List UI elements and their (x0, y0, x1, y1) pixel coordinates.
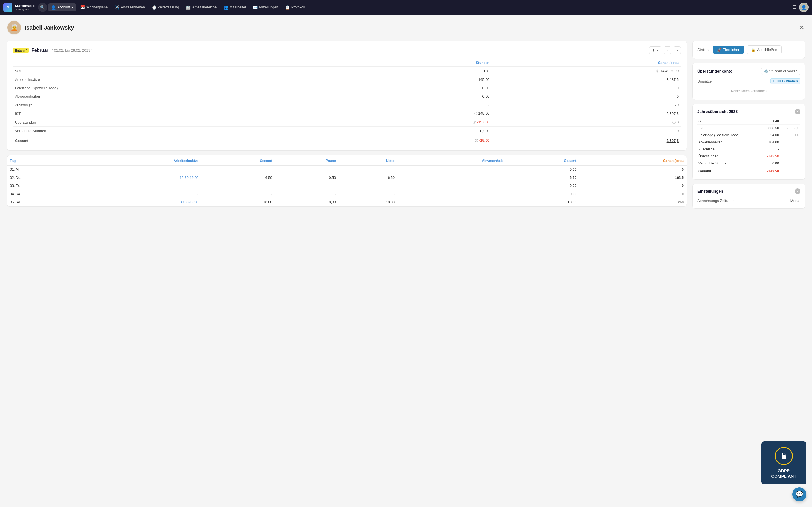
period-header: Entwurf Februar ( 01.02. bis 28.02. 2023… (13, 47, 681, 54)
row-label: Verbuchte Stunden (697, 160, 760, 167)
table-row: 05. So. 08:00-18:00 10,00 0,00 10,00 10,… (7, 198, 687, 207)
abrechnungs-label: Abrechnungs-Zeitraum (697, 199, 734, 203)
cell-gehalt: 0 (579, 190, 687, 198)
col-abwesenheit: Abwesenheit (398, 157, 506, 165)
total-label: Gesamt (13, 135, 344, 145)
cell-arbeit: - (77, 165, 201, 174)
nav-right: ☰ 👤 (792, 3, 809, 12)
status-header: Status 🚀 Einreichen 🔒 Abschließen (697, 45, 801, 54)
two-col-layout: Entwurf Februar ( 01.02. bis 28.02. 2023… (7, 41, 805, 211)
row-gehalt: ⓘ 14.400.000 (492, 67, 681, 75)
page-content: 🧑‍🦳 Isabell Jankowsky ✕ Entwurf Februar … (0, 15, 812, 217)
uberstunden-header: Überstundenkonto ⚙️ Stunden verwalten (697, 68, 801, 75)
cell-abwesenheit (398, 165, 506, 174)
account-icon: 👤 (51, 5, 56, 10)
nav-account[interactable]: 👤 Account ▾ (48, 3, 76, 11)
einreichen-button[interactable]: 🚀 Einreichen (713, 46, 744, 54)
wochenplaene-icon: 📅 (80, 5, 85, 10)
row-stunden: 0,00 (344, 84, 492, 93)
zeiterfassung-icon: ⏱️ (152, 5, 156, 10)
nav-mitarbeiter[interactable]: 👥 Mitarbeiter (220, 3, 249, 11)
table-row: Verbuchte Stunden 0,00 (697, 160, 801, 167)
row-val1: -143,50 (760, 153, 780, 160)
einstellungen-header: Einstellungen ✕ (697, 188, 801, 194)
search-button[interactable]: 🔍 (38, 3, 47, 12)
row-label: Zuschläge (13, 101, 344, 109)
col-netto: Netto (339, 157, 398, 165)
row-stunden: 160 (344, 67, 492, 75)
row-label: Überstunden (13, 118, 344, 127)
cell-netto: 6,50 (339, 174, 398, 182)
chevron-down-icon: ▾ (71, 5, 73, 10)
close-button[interactable]: ✕ (798, 23, 805, 33)
col-tag: Tag (7, 157, 77, 165)
row-gehalt: 20 (492, 101, 681, 109)
col-pause: Pause (275, 157, 339, 165)
table-row: IST 368,50 8.962,5 (697, 125, 801, 132)
cell-tag: 02. Do. (7, 174, 77, 182)
stunden-verwalten-button[interactable]: ⚙️ Stunden verwalten (761, 68, 801, 75)
user-avatar[interactable]: 👤 (799, 3, 809, 12)
nav-wochenplaene[interactable]: 📅 Wochenpläne (77, 3, 110, 11)
nav-protokoll-label: Protokoll (291, 5, 305, 9)
row-val2 (780, 153, 801, 160)
row-label: Abwesenheiten (697, 139, 760, 146)
right-column: Status 🚀 Einreichen 🔒 Abschließen Überst… (693, 41, 805, 211)
abschliessen-button[interactable]: 🔒 Abschließen (747, 45, 781, 54)
cell-netto: - (339, 182, 398, 190)
einstellungen-row: Abrechnungs-Zeitraum Monat (697, 198, 801, 204)
nav-zeiterfassung-label: Zeiterfassung (158, 5, 179, 9)
chevron-left-icon: ‹ (667, 48, 668, 52)
avatar: 🧑‍🦳 (7, 20, 21, 35)
cell-tag: 05. So. (7, 198, 77, 207)
nav-mitteilungen[interactable]: ✉️ Mitteilungen (250, 3, 281, 11)
col-gesamt: Gesamt (201, 157, 275, 165)
table-row: Abwesenheiten 0,00 0 (13, 93, 681, 101)
cell-tag: 01. Mi. (7, 165, 77, 174)
hamburger-button[interactable]: ☰ (792, 4, 797, 10)
cell-pause: - (275, 190, 339, 198)
cell-gesamt: - (201, 190, 275, 198)
row-val1: 640 (760, 118, 780, 125)
manage-btn-label: Stunden verwalten (769, 69, 797, 73)
table-row: 03. Fr. - - - - 0,00 0 (7, 182, 687, 190)
profile-header: 🧑‍🦳 Isabell Jankowsky ✕ (7, 20, 805, 35)
cell-pause: - (275, 182, 339, 190)
nav-zeiterfassung[interactable]: ⏱️ Zeiterfassung (149, 3, 182, 11)
protokoll-icon: 📋 (285, 5, 290, 10)
total-val1: -143,50 (760, 167, 780, 175)
next-period-button[interactable]: › (673, 47, 681, 54)
cell-arbeit: - (77, 182, 201, 190)
cell-ges2: 0,00 (506, 165, 579, 174)
nav-account-label: Account (57, 5, 70, 9)
einstellungen-close-button[interactable]: ✕ (795, 188, 801, 194)
row-label: Verbuchte Stunden (13, 127, 344, 135)
cell-arbeit: 08:00-18:00 (77, 198, 201, 207)
summary-col-label (13, 59, 344, 67)
logo-area: S Staffomatic by easypep (3, 3, 35, 12)
row-val2 (780, 160, 801, 167)
einstellungen-card: Einstellungen ✕ Abrechnungs-Zeitraum Mon… (693, 184, 805, 209)
summary-col-gehalt: Gehalt (beta) (492, 59, 681, 67)
cell-arbeit: 12:30-19:00 (77, 174, 201, 182)
row-val2: 8.962,5 (780, 125, 801, 132)
prev-period-button[interactable]: ‹ (664, 47, 671, 54)
jahres-total-row: Gesamt -143,50 (697, 167, 801, 175)
row-stunden: 0,000 (344, 127, 492, 135)
table-row: Arbeitseinsätze 145,00 3.487,5 (13, 75, 681, 84)
nav-abwesenheiten[interactable]: ✈️ Abwesenheiten (112, 3, 147, 11)
period-controls: ⬇ ▾ ‹ › (649, 47, 681, 54)
abschliessen-label: Abschließen (757, 48, 777, 52)
row-label: Zuschläge (697, 146, 760, 153)
row-val1: - (760, 146, 780, 153)
uberstunden-title: Überstundenkonto (697, 69, 732, 73)
umsatze-row: Umsätze 10,00 Guthaben (697, 78, 801, 84)
lock-icon: 🔒 (751, 48, 756, 52)
row-gehalt: 3.487,5 (492, 75, 681, 84)
row-gehalt: ⓘ 0 (492, 118, 681, 127)
jahres-close-button[interactable]: ✕ (795, 109, 801, 114)
nav-protokoll[interactable]: 📋 Protokoll (282, 3, 308, 11)
download-button[interactable]: ⬇ ▾ (649, 47, 661, 54)
nav-arbeitsbereiche[interactable]: 🏢 Arbeitsbereiche (183, 3, 219, 11)
nav-wochenplaene-label: Wochenpläne (86, 5, 108, 9)
